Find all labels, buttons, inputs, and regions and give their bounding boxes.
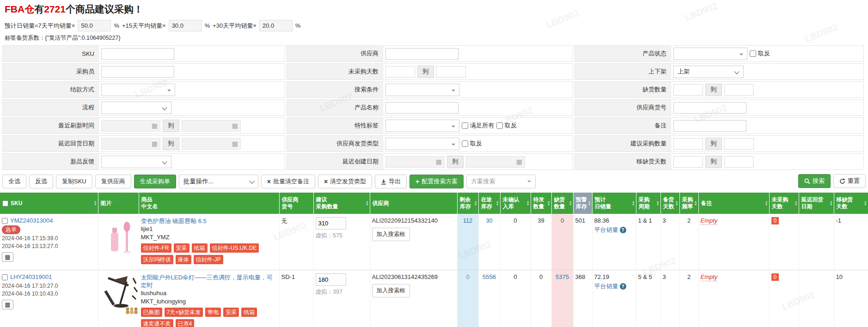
row-checkbox[interactable] [2,274,8,280]
col-header-remain-stock[interactable]: 剩余库存▲▼ [457,193,478,214]
no-purchase-days-min-input[interactable] [385,66,415,78]
new-feedback-select[interactable] [101,156,171,168]
add-to-search-button[interactable]: 加入搜索框 [372,228,410,241]
pct-7day-input[interactable] [78,20,111,31]
suggest-qty-min-input[interactable] [673,138,703,150]
remark-empty[interactable]: Empty [701,217,718,225]
col-header-suggest-qty[interactable]: 建议采购数量▲▼ [313,193,370,214]
product-image[interactable] [100,273,141,316]
sort-icon[interactable]: ▲▼ [675,200,678,206]
search-cond-select[interactable] [385,84,459,96]
delay-create-end-input[interactable] [466,156,525,168]
col-header-purchase-cycle[interactable]: 采购周期▲▼ [636,193,660,214]
delay-return-start-input[interactable] [101,138,160,150]
col-header-oos-qty[interactable]: 缺货数量▲▼ [551,193,573,214]
batch-ops-select[interactable]: 批量操作... [179,175,258,188]
invert-checkbox[interactable] [462,140,468,147]
match-all-checkbox[interactable] [462,122,468,129]
pct-30day-input[interactable] [259,20,293,31]
help-icon[interactable]: ? [620,283,626,290]
copy-supplier-button[interactable]: 复供应商 [95,175,131,188]
suggest-qty-input[interactable] [316,273,346,286]
col-header-stock-days[interactable]: 备货天数▲▼ [660,193,679,214]
create-po-button[interactable]: 生成采购单 [134,175,176,188]
feature-tag-invert[interactable]: 取反 [496,121,517,130]
row-checkbox[interactable] [2,218,8,224]
sku-link[interactable]: YMZ240313004 [10,217,53,224]
sort-icon[interactable]: ▲▼ [526,200,529,206]
sort-icon[interactable]: ▲▼ [632,200,635,206]
sort-icon[interactable]: ▲▼ [588,200,591,206]
col-header-daily-sales[interactable]: 预计日销量▲▼ [592,193,636,214]
remark-empty[interactable]: Empty [701,273,718,281]
move-oos-days-max-input[interactable] [724,156,754,168]
shelf-select[interactable]: 上架 [673,66,744,78]
reset-button[interactable]: 重置 [833,174,866,188]
invert-checkbox[interactable] [496,122,503,129]
remark-cell[interactable]: Empty [698,270,769,327]
col-header-no-purchase-days[interactable]: 未采购天数▲▼ [769,193,799,214]
product-name-link[interactable]: 太阳能户外LED伞灯——三色调控，显示电量，可定时 [141,274,273,289]
feature-tag-select[interactable] [385,120,459,132]
suggest-qty-input[interactable] [316,217,346,230]
oos-qty-max-input[interactable] [724,84,754,96]
oos-qty-min-input[interactable] [673,84,703,96]
ship-type-invert[interactable]: 取反 [462,139,482,148]
col-header-warn-stock[interactable]: 预警库存▲▼ [573,193,592,214]
product-name-link[interactable]: 变色护唇油 镜面唇釉 6.5 [141,218,207,224]
col-header-remark[interactable]: 备注▲▼ [698,193,769,214]
col-header-unconfirmed-inbound[interactable]: 未确认入库▲▼ [500,193,531,214]
delay-create-start-input[interactable] [385,156,445,168]
add-to-search-button[interactable]: 加入搜索框 [372,284,410,297]
product-name-input[interactable] [385,102,458,114]
invert-select-button[interactable]: 反选 [29,175,53,188]
export-button[interactable]: 导出 [375,175,407,188]
sort-icon[interactable]: ▲▼ [94,200,97,206]
sort-icon[interactable]: ▲▼ [496,200,499,206]
sort-icon[interactable]: ▲▼ [864,200,867,206]
delay-return-end-input[interactable] [182,138,241,150]
sort-icon[interactable]: ▲▼ [366,200,368,206]
calendar-button[interactable] [2,252,13,262]
settlement-select[interactable] [101,84,175,96]
select-all-checkbox[interactable] [2,200,8,206]
calendar-button[interactable] [2,300,13,309]
remark-input[interactable] [673,120,746,132]
sku-input[interactable] [101,48,174,60]
platform-sales-link[interactable]: 平台销量? [594,282,626,291]
remark-cell[interactable]: Empty [698,214,769,270]
invert-checkbox[interactable] [750,50,756,57]
sort-icon[interactable]: ▲▼ [547,200,550,206]
supplier-item-no-input[interactable] [673,102,746,114]
select-all-button[interactable]: 全选 [2,175,26,188]
col-header-pending-qty[interactable]: 待发数量▲▼ [531,193,551,214]
refresh-time-end-input[interactable] [182,120,241,132]
product-image[interactable] [100,217,141,258]
sort-icon[interactable]: ▲▼ [474,200,477,206]
copy-sku-button[interactable]: 复制SKU [56,175,92,188]
sort-icon[interactable]: ▲▼ [765,200,768,206]
move-oos-days-min-input[interactable] [673,156,703,168]
supplier-ship-type-select[interactable] [385,138,459,150]
col-header-purchase-freq[interactable]: 采购频率▲▼ [679,193,698,214]
refresh-time-start-input[interactable] [101,120,160,132]
col-header-delay-return-date[interactable]: 延迟回货日期▲▼ [799,193,834,214]
sort-icon[interactable]: ▲▼ [795,200,797,206]
sku-link[interactable]: LHY240319001 [10,273,52,280]
platform-sales-link[interactable]: 平台销量? [594,226,626,234]
search-button[interactable]: 搜索 [798,174,831,188]
sort-icon[interactable]: ▲▼ [569,200,572,206]
sort-icon[interactable]: ▲▼ [830,200,832,206]
pct-15day-input[interactable] [169,20,202,31]
col-header-sku[interactable]: SKU▲▼ [0,193,98,214]
clear-ship-type-button[interactable]: ×清空发货类型 [318,175,372,188]
col-header-transit-stock[interactable]: 在途库存▲▼ [478,193,500,214]
batch-clear-remark-button[interactable]: ×批量清空备注 [261,175,315,188]
suggest-qty-max-input[interactable] [724,138,754,150]
buyer-input[interactable] [101,66,174,78]
product-status-select[interactable] [673,48,747,60]
supplier-input[interactable] [385,48,458,60]
feature-tag-match-all[interactable]: 满足所有 [462,121,494,130]
sort-icon[interactable]: ▲▼ [694,200,697,206]
product-status-invert[interactable]: 取反 [750,49,770,58]
